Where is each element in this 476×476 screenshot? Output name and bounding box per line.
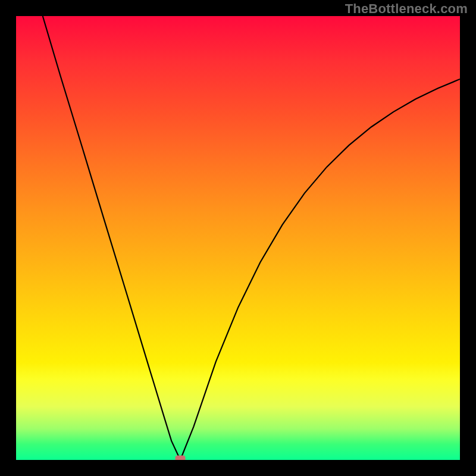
plot-area: [16, 16, 460, 460]
min-marker: [176, 456, 186, 461]
bottleneck-curve: [43, 16, 460, 460]
watermark-text: TheBottleneck.com: [345, 1, 468, 17]
chart-frame: TheBottleneck.com: [0, 0, 476, 476]
curve-svg: [16, 16, 460, 460]
